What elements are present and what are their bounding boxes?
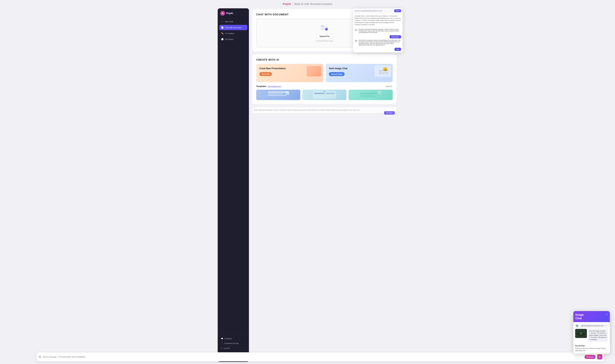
doc-chat-avatar-1: U — [355, 28, 358, 31]
create-cards: Creat New Presentation Try it now Start … — [256, 64, 393, 82]
presentation-card: Creat New Presentation Try it now — [256, 64, 323, 82]
new-chat-icon: ＋ — [221, 20, 224, 23]
sidebar-download-ios[interactable]: 📱 Download iOS App — [219, 341, 247, 346]
input-bar: 🖼 Boost ➤ — [37, 352, 605, 361]
popup-cta-title: Try for free — [575, 345, 608, 347]
svg-text:So the radius of the yellow ci: So the radius of the yellow circle is 1 … — [379, 73, 388, 74]
sidebar: PopAi ＋ New Chat 📄 Chat with Document ✏️… — [218, 8, 249, 362]
popup-user-avatar: 👤 — [575, 324, 579, 327]
sidebar-feedback[interactable]: 💬 Feedback — [219, 336, 247, 341]
doc-filename: harvest_completebehaviorquestions-v2.pdf — [355, 10, 382, 12]
history-icon: 🕐 — [221, 38, 224, 40]
popup-cta-text: PopAi can see now. Discover Image Chat b… — [575, 347, 608, 352]
presentation-preview — [307, 66, 321, 76]
email-compose-area: Enter important information, such as: re… — [252, 107, 397, 113]
new-chat-label: New Chat — [225, 21, 233, 23]
boost-button[interactable]: Boost — [585, 355, 596, 359]
svg-text:Hence, for the middle yellow c: Hence, for the middle yellow circle: 2r … — [379, 72, 388, 73]
sidebar-item-new-chat[interactable]: ＋ New Chat — [219, 19, 247, 24]
try-it-now-button[interactable]: Try it now — [259, 72, 272, 76]
template-cards: www 🔍 — [256, 90, 393, 100]
svg-text:+: + — [326, 28, 327, 30]
popup-image-row: From the image provided: 1. Top Left: "T… — [575, 329, 608, 342]
svg-text:🔍: 🔍 — [379, 91, 381, 93]
doc-panel-header: harvest_completebehaviorquestions-v2.pdf… — [353, 8, 402, 13]
svg-rect-13 — [268, 93, 283, 94]
cite-button[interactable]: Cite — [395, 48, 401, 51]
doc-panel-actions: Summarize AI Sure! Here's a question abo… — [353, 35, 402, 52]
my-history-label: My History — [225, 38, 234, 40]
doc-panel-chat: U yes this is long list of interview que… — [353, 27, 402, 35]
download-icon: 📱 — [221, 342, 223, 344]
templates-section: Templates Get inspired here! View All › — [256, 85, 393, 100]
logout-label: Log Out — [224, 347, 230, 349]
subtitle: Best AI with Boosted Answers — [294, 2, 332, 6]
logout-icon: ↩ — [221, 347, 223, 349]
image-chat-card: Start Image Chat Upload image Do the mat… — [326, 64, 393, 82]
svg-rect-17 — [314, 93, 324, 94]
email-generate-button[interactable]: Generate — [384, 111, 395, 115]
chat-with-document-section: CHAT WITH DOCUMENT + Upload File or Drop… — [252, 9, 397, 51]
image-chat-preview: Do the math for me? Hence, for the middl… — [374, 65, 391, 77]
feedback-label: Feedback — [225, 338, 232, 339]
download-ios-label: Download iOS App — [225, 342, 239, 344]
feedback-icon: 💬 — [221, 338, 223, 339]
chevron-right-icon: › — [245, 38, 245, 40]
svg-rect-23 — [360, 95, 373, 95]
sidebar-logout[interactable]: ↩ Log Out — [219, 346, 247, 351]
summarize-button[interactable]: Summarize — [390, 35, 401, 38]
templates-inspired-link[interactable]: Get inspired here! — [268, 85, 281, 87]
sidebar-logo: PopAi — [218, 11, 249, 19]
sidebar-item-my-history[interactable]: 🕐 My History › — [219, 37, 247, 42]
chat-document-icon: 📄 — [221, 26, 224, 29]
doc-body-text: Certainly! Here's a short outline of the… — [355, 15, 401, 26]
svg-rect-15 — [285, 91, 289, 95]
doc-chat-text-1: yes this is long list of interview quest… — [359, 28, 401, 33]
upload-image-button[interactable]: Upload image — [329, 72, 345, 76]
message-input[interactable] — [42, 356, 583, 358]
popup-user-message: 👤 label the bands in the photo for me. — [575, 324, 608, 327]
popup-image-thumb — [575, 329, 587, 338]
boost-dot — [587, 356, 588, 357]
sidebar-logo-text: PopAi — [226, 12, 233, 15]
svg-rect-18 — [326, 93, 335, 94]
read-button[interactable]: Read — [394, 9, 401, 12]
upload-file-button[interactable]: Upload File — [317, 34, 332, 39]
svg-text:www: www — [323, 91, 326, 92]
popup-user-bubble: label the bands in the photo for me. — [580, 324, 608, 327]
sidebar-nav: ＋ New Chat 📄 Chat with Document ✏️ AI Cr… — [218, 19, 249, 332]
sidebar-item-ai-creation[interactable]: ✏️ AI Creation — [219, 31, 247, 36]
svg-rect-22 — [360, 93, 377, 94]
upload-hint: or Drop PDF/Doc here — [316, 40, 333, 42]
app-layout: PopAi ＋ New Chat 📄 Chat with Document ✏️… — [216, 7, 399, 363]
boost-label: Boost — [589, 356, 593, 358]
view-all-link[interactable]: View All › — [386, 85, 393, 87]
template-card-1[interactable] — [256, 90, 300, 100]
doc-chat-text-2: Sure! Here's a question about communicat… — [359, 39, 401, 46]
ai-creation-label: AI Creation — [225, 32, 234, 35]
doc-chat-avatar-2: AI — [355, 39, 358, 42]
template-card-2[interactable]: www — [302, 90, 347, 100]
svg-rect-14 — [268, 95, 286, 96]
create-section-title: CREATE WITH AI — [256, 58, 393, 61]
email-compose-hint: Enter important information, such as: re… — [254, 109, 395, 111]
doc-panel-body: Certainly! Here's a short outline of the… — [353, 13, 402, 27]
sidebar-item-chat-with-document[interactable]: 📄 Chat with Document — [219, 25, 247, 30]
chevron-view-all-icon: › — [392, 85, 393, 87]
svg-rect-24 — [360, 96, 375, 97]
svg-text:Do the math for me?: Do the math for me? — [379, 70, 388, 71]
doc-chat-msg-1: U yes this is long list of interview que… — [355, 28, 401, 33]
create-with-ai-section: CREATE WITH AI Creat New Presentation Tr… — [252, 54, 397, 104]
popup-footer: Try for free PopAi can see now. Discover… — [573, 345, 610, 354]
ai-creation-icon: ✏️ — [221, 32, 224, 35]
popup-close-button[interactable]: × — [606, 313, 608, 316]
svg-point-1 — [222, 13, 223, 14]
main-content: CHAT WITH DOCUMENT + Upload File or Drop… — [250, 7, 399, 363]
template-card-3[interactable]: 🔍 — [348, 90, 393, 100]
popup-header: ImageChat × — [573, 311, 610, 322]
input-bar-icon: 🖼 — [39, 356, 41, 358]
popup-body: 👤 label the bands in the photo for me. F… — [573, 322, 610, 345]
logo-pop: PopAi — [283, 2, 291, 6]
doc-panel: harvest_completebehaviorquestions-v2.pdf… — [353, 8, 402, 52]
send-button[interactable]: ➤ — [597, 354, 602, 359]
